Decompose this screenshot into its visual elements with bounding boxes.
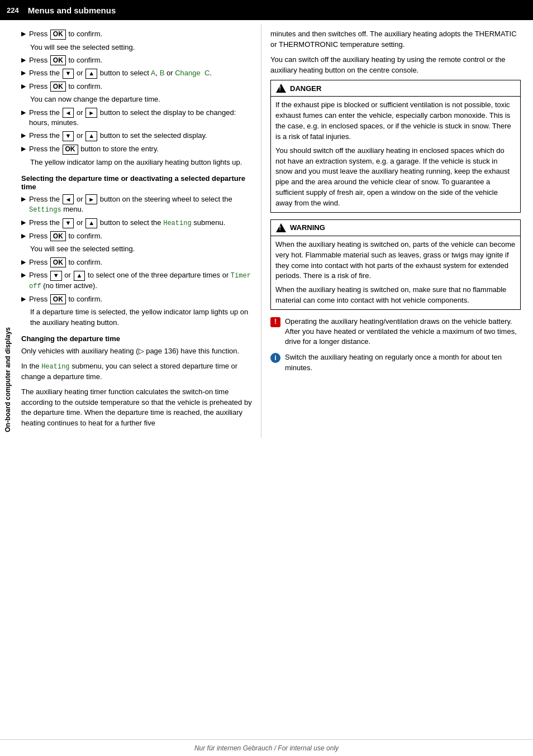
list-item-note: The yellow indicator lamp on the auxilia…	[30, 157, 252, 168]
bullet-arrow: ▶	[21, 108, 26, 117]
danger-box: DANGER If the exhaust pipe is blocked or…	[270, 80, 521, 212]
list-item: ▶ Press the ▼ or ▲ button to set the sel…	[21, 131, 252, 141]
exclaim-note: ! Operating the auxiliary heating/ventil…	[270, 317, 521, 347]
side-label-text: On-board computer and displays	[4, 327, 12, 432]
info-icon: i	[270, 353, 280, 363]
up-button-inline: ▲	[85, 131, 97, 141]
main-content: ▶ Press OK to confirm. You will see the …	[16, 20, 533, 438]
list-item: ▶ Press OK to confirm.	[21, 82, 252, 92]
left-button-inline: ◄	[63, 108, 74, 118]
bullet-text: Press the ▼ or ▲ button to set the selec…	[29, 131, 252, 141]
list-item-note: You will see the selected setting.	[30, 42, 252, 52]
info-note-text: Switch the auxiliary heating on regularl…	[285, 352, 521, 372]
bullet-text: Press the OK button to store the entry.	[29, 144, 252, 155]
list-item: ▶ Press the ◄ or ► button to select the …	[21, 108, 252, 128]
down-button-inline: ▼	[63, 69, 74, 79]
bullet-arrow: ▶	[21, 232, 26, 240]
ok-button-inline: OK	[50, 30, 66, 40]
warning-para2: When the auxiliary heating is switched o…	[275, 285, 516, 306]
bullet-text: Press the ▼ or ▲ button to select A, B o…	[29, 68, 252, 79]
bullet-text: Press OK to confirm.	[29, 231, 252, 242]
list-item: ▶ Press the ◄ or ► button on the steerin…	[21, 194, 252, 215]
up-button-inline: ▲	[74, 271, 85, 281]
up-button-inline: ▲	[85, 69, 97, 79]
right-button-inline: ►	[85, 108, 97, 118]
list-item-note: You can now change the departure time.	[30, 94, 252, 104]
down-button-inline: ▼	[50, 271, 62, 281]
danger-header: DANGER	[271, 80, 520, 97]
ok-button-inline: OK	[50, 257, 66, 267]
danger-para1: If the exhaust pipe is blocked or suffic…	[275, 100, 516, 142]
indent-note: If a departure time is selected, the yel…	[30, 307, 252, 327]
intro-para: minutes and then switches off. The auxil…	[270, 29, 521, 50]
left-column: ▶ Press OK to confirm. You will see the …	[16, 25, 261, 438]
section1-heading: Selecting the departure time or deactiva…	[21, 174, 252, 191]
warning-title: WARNING	[290, 223, 325, 232]
indent-note: You will see the selected setting.	[30, 42, 252, 52]
info-note: i Switch the auxiliary heating on regula…	[270, 352, 521, 372]
bullet-text: Press OK to confirm.	[29, 55, 252, 66]
bullet-text: Press OK to confirm.	[29, 29, 252, 40]
list-item: ▶ Press the ▼ or ▲ button to select A, B…	[21, 68, 252, 79]
list-item: ▶ Press the ▼ or ▲ button to select the …	[21, 218, 252, 228]
warning-triangle-icon	[276, 223, 286, 232]
top-bullet-list: ▶ Press OK to confirm. You will see the …	[21, 29, 252, 168]
section2-para2: In the Heating submenu, you can select a…	[21, 361, 252, 382]
bullet-text: Press the ◄ or ► button to select the di…	[29, 108, 252, 128]
bullet-arrow: ▶	[21, 271, 26, 279]
exclaim-icon: !	[270, 317, 280, 327]
ok-button-inline: OK	[50, 231, 66, 241]
bullet-arrow: ▶	[21, 30, 26, 38]
right-column: minutes and then switches off. The auxil…	[261, 25, 530, 438]
bullet-text: Press OK to confirm.	[29, 294, 252, 305]
bullet-arrow: ▶	[21, 69, 26, 77]
bullet-text: Press OK to confirm.	[29, 82, 252, 92]
danger-para2: You should switch off the auxiliary heat…	[275, 146, 516, 209]
list-item: ▶ Press OK to confirm.	[21, 257, 252, 268]
bullet-text: Press the ▼ or ▲ button to select the He…	[29, 218, 252, 228]
bullet-arrow: ▶	[21, 195, 26, 203]
danger-triangle-icon	[276, 84, 286, 93]
bullet-arrow: ▶	[21, 258, 26, 266]
bullet-arrow: ▶	[21, 56, 26, 64]
indent-note: You can now change the departure time.	[30, 94, 252, 104]
indent-note: The yellow indicator lamp on the auxilia…	[30, 157, 252, 168]
down-button-inline: ▼	[63, 218, 74, 228]
ok-button-inline: OK	[50, 55, 66, 65]
list-item: ▶ Press OK to confirm.	[21, 55, 252, 66]
section2-para1: Only vehicles with auxiliary heating (▷ …	[21, 346, 252, 357]
list-item-note: If a departure time is selected, the yel…	[30, 307, 252, 327]
list-item-note: You will see the selected setting.	[30, 244, 252, 254]
danger-icon	[275, 83, 287, 94]
page-number: 224	[7, 6, 19, 15]
bullet-arrow: ▶	[21, 131, 26, 140]
bullet-text: Press the ◄ or ► button on the steering …	[29, 194, 252, 215]
list-item: ▶ Press OK to confirm.	[21, 231, 252, 242]
indent-note: You will see the selected setting.	[30, 244, 252, 254]
para2: You can switch off the auxiliary heating…	[270, 55, 521, 76]
section2-para3: The auxiliary heating timer function cal…	[21, 387, 252, 429]
down-button-inline: ▼	[63, 131, 74, 141]
list-item: ▶ Press the OK button to store the entry…	[21, 144, 252, 155]
page-title: Menus and submenus	[28, 6, 116, 15]
warning-box: WARNING When the auxiliary heating is sw…	[270, 219, 521, 310]
right-button-inline: ►	[85, 194, 97, 204]
page-header: 224 Menus and submenus	[0, 0, 533, 20]
bullet-arrow: ▶	[21, 295, 26, 303]
section2-heading: Changing the departure time	[21, 334, 252, 343]
footer-text: Nur für internen Gebrauch / For internal…	[194, 744, 339, 752]
ok-button-inline: OK	[50, 82, 66, 92]
page-container: 224 Menus and submenus On-board computer…	[0, 0, 533, 756]
warning-para1: When the auxiliary heating is switched o…	[275, 240, 516, 281]
warning-header: WARNING	[271, 220, 520, 236]
bullet-arrow: ▶	[21, 82, 26, 90]
danger-body: If the exhaust pipe is blocked or suffic…	[271, 97, 520, 212]
bullet-arrow: ▶	[21, 218, 26, 227]
list-item: ▶ Press OK to confirm.	[21, 29, 252, 40]
section1-bullet-list: ▶ Press the ◄ or ► button on the steerin…	[21, 194, 252, 328]
bullet-arrow: ▶	[21, 145, 26, 153]
bullet-text: Press ▼ or ▲ to select one of the three …	[29, 270, 252, 291]
list-item: ▶ Press ▼ or ▲ to select one of the thre…	[21, 270, 252, 291]
ok-button-inline: OK	[63, 145, 78, 155]
exclaim-note-text: Operating the auxiliary heating/ventilat…	[285, 317, 521, 347]
